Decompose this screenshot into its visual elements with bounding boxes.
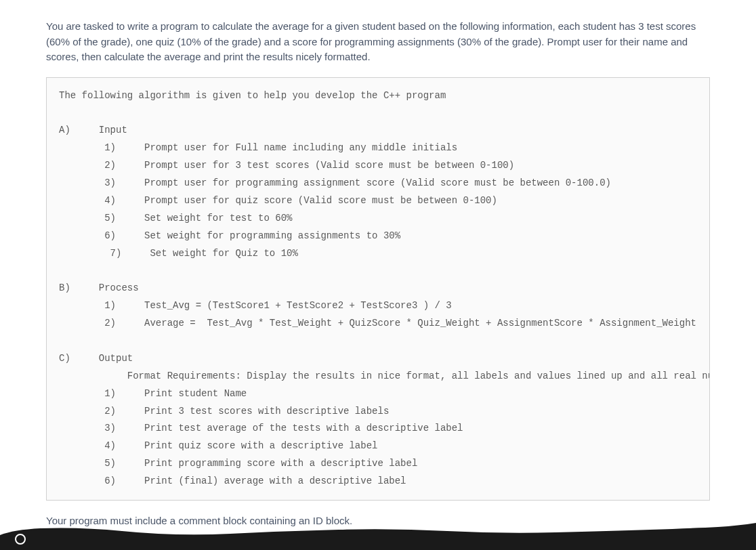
algorithm-code-block: The following algorithm is given to help… — [46, 77, 710, 501]
circle-icon — [15, 534, 26, 545]
problem-intro: You are tasked to write a program to cal… — [46, 19, 710, 65]
bottom-torn-edge — [0, 516, 756, 550]
